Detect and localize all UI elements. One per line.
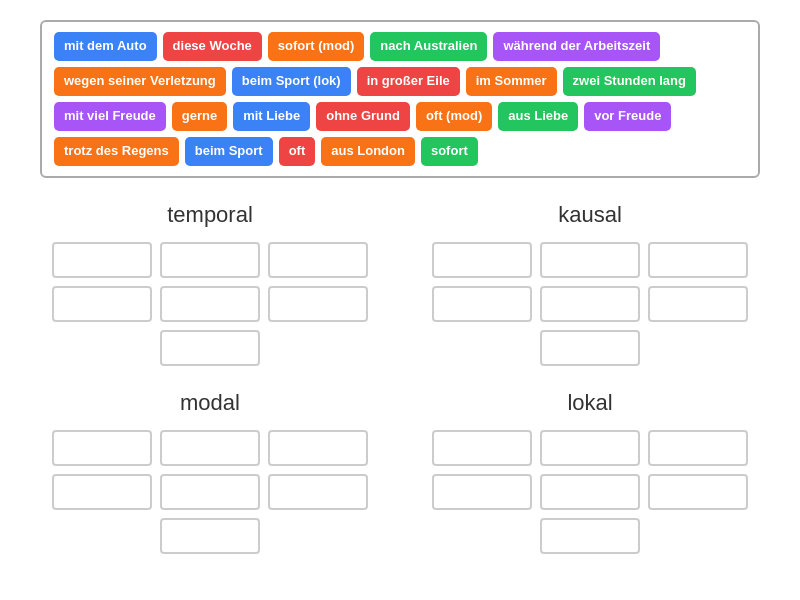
drop-box[interactable] [648, 430, 748, 466]
drop-box[interactable] [540, 330, 640, 366]
drop-grid-modal [52, 430, 368, 554]
drop-box[interactable] [648, 286, 748, 322]
word-chip[interactable]: vor Freude [584, 102, 671, 131]
word-chip[interactable]: während der Arbeitszeit [493, 32, 660, 61]
drop-box[interactable] [52, 474, 152, 510]
drop-box[interactable] [540, 242, 640, 278]
drop-box[interactable] [268, 430, 368, 466]
word-chip[interactable]: wegen seiner Verletzung [54, 67, 226, 96]
word-chip[interactable]: aus Liebe [498, 102, 578, 131]
categories-wrapper: temporalkausalmodallokal [40, 202, 760, 554]
drop-row [52, 474, 368, 510]
word-chip[interactable]: trotz des Regens [54, 137, 179, 166]
drop-box[interactable] [160, 330, 260, 366]
drop-box[interactable] [540, 474, 640, 510]
word-chip[interactable]: oft [279, 137, 316, 166]
drop-box[interactable] [160, 474, 260, 510]
drop-box[interactable] [52, 430, 152, 466]
category-section-modal: modal [40, 390, 380, 554]
word-chip[interactable]: im Sommer [466, 67, 557, 96]
drop-box[interactable] [160, 518, 260, 554]
word-chip[interactable]: sofort [421, 137, 478, 166]
drop-box[interactable] [540, 286, 640, 322]
word-chip[interactable]: diese Woche [163, 32, 262, 61]
word-chip[interactable]: nach Australien [370, 32, 487, 61]
word-chip[interactable]: in großer Eile [357, 67, 460, 96]
drop-row [52, 242, 368, 278]
category-section-temporal: temporal [40, 202, 380, 366]
drop-box[interactable] [432, 474, 532, 510]
word-chip[interactable]: zwei Stunden lang [563, 67, 696, 96]
drop-box[interactable] [648, 474, 748, 510]
word-chip[interactable]: oft (mod) [416, 102, 492, 131]
drop-box[interactable] [432, 430, 532, 466]
word-chip[interactable]: sofort (mod) [268, 32, 365, 61]
drop-row [540, 330, 640, 366]
word-chip[interactable]: mit Liebe [233, 102, 310, 131]
drop-row [432, 286, 748, 322]
word-chip[interactable]: beim Sport [185, 137, 273, 166]
word-chip[interactable]: mit viel Freude [54, 102, 166, 131]
drop-row [540, 518, 640, 554]
drop-row [160, 518, 260, 554]
drop-grid-kausal [432, 242, 748, 366]
drop-box[interactable] [52, 242, 152, 278]
category-section-kausal: kausal [420, 202, 760, 366]
category-title-temporal: temporal [167, 202, 253, 228]
drop-grid-lokal [432, 430, 748, 554]
drop-box[interactable] [432, 242, 532, 278]
word-bank: mit dem Autodiese Wochesofort (mod)nach … [40, 20, 760, 178]
drop-box[interactable] [268, 474, 368, 510]
word-chip[interactable]: mit dem Auto [54, 32, 157, 61]
drop-box[interactable] [52, 286, 152, 322]
category-title-kausal: kausal [558, 202, 622, 228]
main-container: mit dem Autodiese Wochesofort (mod)nach … [0, 0, 800, 574]
word-chip[interactable]: aus London [321, 137, 415, 166]
drop-box[interactable] [648, 242, 748, 278]
category-title-lokal: lokal [567, 390, 612, 416]
drop-row [432, 242, 748, 278]
word-chip[interactable]: ohne Grund [316, 102, 410, 131]
drop-row [432, 474, 748, 510]
drop-box[interactable] [432, 286, 532, 322]
drop-row [52, 430, 368, 466]
word-chip[interactable]: gerne [172, 102, 227, 131]
drop-box[interactable] [160, 430, 260, 466]
drop-box[interactable] [160, 286, 260, 322]
drop-box[interactable] [540, 430, 640, 466]
drop-box[interactable] [268, 242, 368, 278]
drop-box[interactable] [268, 286, 368, 322]
drop-box[interactable] [160, 242, 260, 278]
word-chip[interactable]: beim Sport (lok) [232, 67, 351, 96]
drop-box[interactable] [540, 518, 640, 554]
drop-row [432, 430, 748, 466]
drop-row [160, 330, 260, 366]
drop-grid-temporal [52, 242, 368, 366]
drop-row [52, 286, 368, 322]
category-section-lokal: lokal [420, 390, 760, 554]
category-title-modal: modal [180, 390, 240, 416]
